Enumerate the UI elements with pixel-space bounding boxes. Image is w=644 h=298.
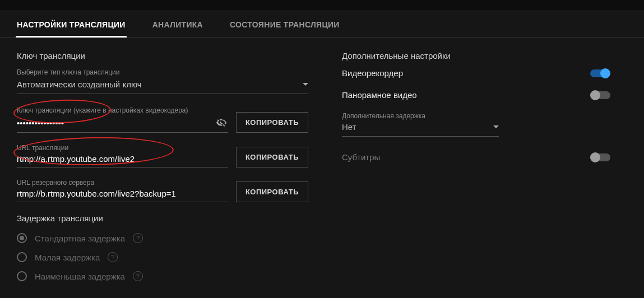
extra-delay-value: Нет: [342, 122, 356, 132]
latency-ultra-row[interactable]: Наименьшая задержка ?: [17, 271, 308, 281]
stream-key-section-title: Ключ трансляции: [17, 51, 308, 60]
window-top-bar: [0, 0, 644, 10]
extra-delay-label: Дополнительная задержка: [342, 112, 499, 120]
tab-analytics[interactable]: АНАЛИТИКА: [152, 20, 203, 37]
help-icon[interactable]: ?: [133, 271, 143, 281]
key-type-value: Автоматически созданный ключ: [17, 80, 142, 89]
additional-settings-panel: Дополнительные настройки Видеорекордер П…: [342, 51, 627, 290]
dvr-row: Видеорекордер: [342, 68, 610, 78]
latency-section-title: Задержка трансляции: [17, 213, 308, 223]
content-area: Ключ трансляции Выберите тип ключа транс…: [0, 38, 644, 298]
radio-selected-icon: [17, 233, 27, 243]
backup-url-value[interactable]: rtmp://b.rtmp.youtube.com/live2?backup=1: [17, 189, 176, 198]
additional-settings-title: Дополнительные настройки: [342, 51, 610, 60]
tab-stream-settings[interactable]: НАСТРОЙКИ ТРАНСЛЯЦИИ: [17, 20, 126, 37]
copy-backup-url-button[interactable]: КОПИРОВАТЬ: [236, 181, 308, 202]
tab-stream-status[interactable]: СОСТОЯНИЕ ТРАНСЛЯЦИИ: [230, 20, 340, 37]
radio-unselected-icon: [17, 252, 27, 262]
dvr-toggle[interactable]: [590, 69, 610, 77]
tab-bar: НАСТРОЙКИ ТРАНСЛЯЦИИ АНАЛИТИКА СОСТОЯНИЕ…: [0, 10, 644, 38]
visibility-off-icon[interactable]: [216, 117, 228, 129]
latency-normal-row[interactable]: Стандартная задержка ?: [17, 233, 308, 243]
extra-delay-select[interactable]: Дополнительная задержка Нет: [342, 112, 499, 137]
stream-key-value[interactable]: ••••••••••••••••: [17, 118, 64, 128]
help-icon[interactable]: ?: [133, 233, 143, 243]
latency-ultra-label: Наименьшая задержка: [35, 272, 125, 281]
stream-url-field: URL трансляции rtmp://a.rtmp.youtube.com…: [17, 144, 228, 167]
panorama-row: Панорамное видео: [342, 90, 610, 100]
latency-normal-label: Стандартная задержка: [35, 234, 125, 243]
chevron-down-icon: [303, 83, 308, 86]
help-icon[interactable]: ?: [108, 252, 118, 262]
key-type-select[interactable]: Автоматически созданный ключ: [17, 76, 308, 94]
key-type-label: Выберите тип ключа трансляции: [17, 68, 308, 76]
latency-low-label: Малая задержка: [35, 253, 100, 262]
stream-key-panel: Ключ трансляции Выберите тип ключа транс…: [17, 51, 308, 290]
subtitles-toggle[interactable]: [590, 153, 610, 161]
panorama-toggle[interactable]: [590, 91, 610, 99]
radio-unselected-icon: [17, 271, 27, 281]
stream-key-field: Ключ трансляции (укажите в настройках ви…: [17, 106, 228, 133]
copy-stream-key-button[interactable]: КОПИРОВАТЬ: [236, 112, 308, 133]
panorama-label: Панорамное видео: [342, 90, 417, 100]
stream-url-label: URL трансляции: [17, 144, 228, 152]
subtitles-row: Субтитры: [342, 152, 610, 162]
copy-stream-url-button[interactable]: КОПИРОВАТЬ: [236, 147, 308, 167]
dvr-label: Видеорекордер: [342, 68, 403, 78]
backup-url-field: URL резервного сервера rtmp://b.rtmp.you…: [17, 179, 228, 202]
stream-key-label: Ключ трансляции (укажите в настройках ви…: [17, 106, 228, 114]
latency-low-row[interactable]: Малая задержка ?: [17, 252, 308, 262]
subtitles-label: Субтитры: [342, 152, 380, 162]
backup-url-label: URL резервного сервера: [17, 179, 228, 187]
stream-url-value[interactable]: rtmp://a.rtmp.youtube.com/live2: [17, 154, 135, 164]
chevron-down-icon: [493, 125, 499, 128]
